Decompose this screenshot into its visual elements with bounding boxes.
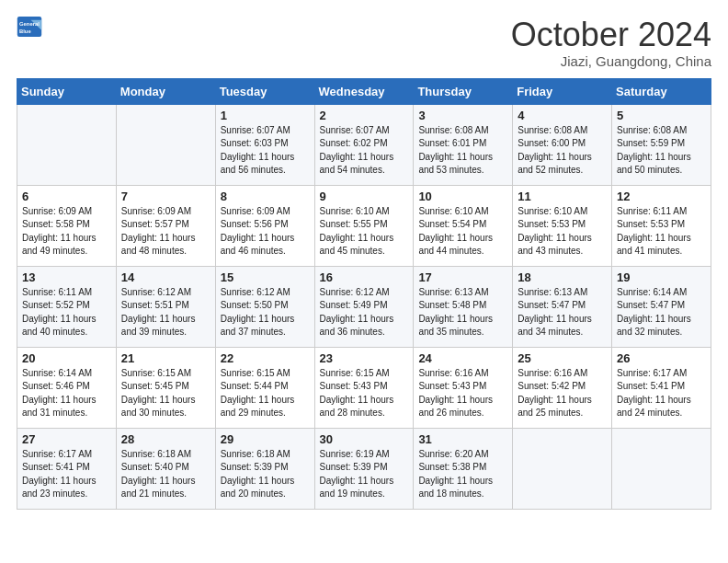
day-info: Sunrise: 6:15 AMSunset: 5:43 PMDaylight:… [320, 367, 409, 420]
day-info: Sunrise: 6:12 AMSunset: 5:50 PMDaylight:… [221, 286, 310, 339]
day-number: 31 [418, 432, 507, 446]
calendar-cell: 17Sunrise: 6:13 AMSunset: 5:48 PMDayligh… [414, 266, 513, 347]
calendar-cell: 19Sunrise: 6:14 AMSunset: 5:47 PMDayligh… [612, 266, 711, 347]
day-info: Sunrise: 6:10 AMSunset: 5:53 PMDaylight:… [518, 205, 607, 259]
day-info: Sunrise: 6:12 AMSunset: 5:49 PMDaylight:… [320, 286, 409, 339]
calendar-cell: 23Sunrise: 6:15 AMSunset: 5:43 PMDayligh… [314, 347, 414, 428]
day-number: 27 [22, 432, 111, 446]
calendar-cell: 4Sunrise: 6:08 AMSunset: 6:00 PMDaylight… [513, 104, 612, 185]
month-title: October 2024 [511, 17, 711, 53]
calendar-cell: 1Sunrise: 6:07 AMSunset: 6:03 PMDaylight… [215, 104, 314, 185]
calendar-cell [17, 104, 117, 185]
day-info: Sunrise: 6:07 AMSunset: 6:03 PMDaylight:… [221, 124, 310, 178]
day-number: 28 [121, 432, 210, 446]
day-info: Sunrise: 6:11 AMSunset: 5:53 PMDaylight:… [617, 205, 706, 259]
calendar-cell: 20Sunrise: 6:14 AMSunset: 5:46 PMDayligh… [17, 347, 117, 428]
day-info: Sunrise: 6:17 AMSunset: 5:41 PMDaylight:… [22, 448, 111, 501]
day-number: 5 [617, 109, 706, 122]
day-info: Sunrise: 6:13 AMSunset: 5:47 PMDaylight:… [518, 286, 607, 339]
day-info: Sunrise: 6:10 AMSunset: 5:54 PMDaylight:… [418, 205, 507, 259]
day-info: Sunrise: 6:20 AMSunset: 5:38 PMDaylight:… [418, 448, 507, 501]
calendar-cell: 15Sunrise: 6:12 AMSunset: 5:50 PMDayligh… [215, 266, 314, 347]
title-block: October 2024 Jiazi, Guangdong, China [511, 17, 711, 69]
day-number: 23 [320, 351, 409, 365]
day-number: 6 [22, 190, 111, 203]
logo-icon: General Blue [17, 17, 42, 37]
calendar-cell: 2Sunrise: 6:07 AMSunset: 6:02 PMDaylight… [314, 104, 414, 185]
calendar-cell: 25Sunrise: 6:16 AMSunset: 5:42 PMDayligh… [513, 347, 612, 428]
weekday-header-thursday: Thursday [414, 78, 513, 104]
day-number: 29 [221, 432, 310, 446]
calendar-cell: 12Sunrise: 6:11 AMSunset: 5:53 PMDayligh… [612, 185, 711, 266]
day-number: 14 [121, 270, 210, 284]
weekday-header-wednesday: Wednesday [314, 78, 414, 104]
day-info: Sunrise: 6:07 AMSunset: 6:02 PMDaylight:… [320, 124, 409, 178]
calendar-cell: 13Sunrise: 6:11 AMSunset: 5:52 PMDayligh… [17, 266, 117, 347]
calendar-table: SundayMondayTuesdayWednesdayThursdayFrid… [17, 78, 711, 510]
calendar-cell: 6Sunrise: 6:09 AMSunset: 5:58 PMDaylight… [17, 185, 117, 266]
day-info: Sunrise: 6:14 AMSunset: 5:47 PMDaylight:… [617, 286, 706, 339]
day-info: Sunrise: 6:15 AMSunset: 5:44 PMDaylight:… [221, 367, 310, 420]
calendar-cell: 10Sunrise: 6:10 AMSunset: 5:54 PMDayligh… [414, 185, 513, 266]
calendar-cell: 14Sunrise: 6:12 AMSunset: 5:51 PMDayligh… [116, 266, 215, 347]
day-number: 12 [617, 190, 706, 203]
day-info: Sunrise: 6:11 AMSunset: 5:52 PMDaylight:… [22, 286, 111, 339]
day-info: Sunrise: 6:10 AMSunset: 5:55 PMDaylight:… [320, 205, 409, 259]
calendar-cell: 18Sunrise: 6:13 AMSunset: 5:47 PMDayligh… [513, 266, 612, 347]
day-number: 7 [121, 190, 210, 203]
calendar-cell: 8Sunrise: 6:09 AMSunset: 5:56 PMDaylight… [215, 185, 314, 266]
calendar-cell: 30Sunrise: 6:19 AMSunset: 5:39 PMDayligh… [314, 428, 414, 509]
weekday-header-tuesday: Tuesday [215, 78, 314, 104]
location: Jiazi, Guangdong, China [511, 53, 711, 69]
day-number: 26 [617, 351, 706, 365]
svg-text:General: General [19, 21, 40, 27]
day-number: 9 [320, 190, 409, 203]
calendar-cell: 5Sunrise: 6:08 AMSunset: 5:59 PMDaylight… [612, 104, 711, 185]
svg-text:Blue: Blue [19, 29, 31, 34]
day-number: 2 [320, 109, 409, 122]
day-info: Sunrise: 6:19 AMSunset: 5:39 PMDaylight:… [320, 448, 409, 501]
calendar-cell: 27Sunrise: 6:17 AMSunset: 5:41 PMDayligh… [17, 428, 117, 509]
day-number: 13 [22, 270, 111, 284]
day-number: 20 [22, 351, 111, 365]
weekday-header-sunday: Sunday [17, 78, 117, 104]
day-info: Sunrise: 6:09 AMSunset: 5:57 PMDaylight:… [121, 205, 210, 259]
calendar-cell: 31Sunrise: 6:20 AMSunset: 5:38 PMDayligh… [414, 428, 513, 509]
day-number: 16 [320, 270, 409, 284]
day-info: Sunrise: 6:15 AMSunset: 5:45 PMDaylight:… [121, 367, 210, 420]
day-info: Sunrise: 6:08 AMSunset: 5:59 PMDaylight:… [617, 124, 706, 178]
calendar-container: General Blue October 2024 Jiazi, Guangdo… [0, 0, 728, 519]
day-number: 4 [518, 109, 607, 122]
calendar-cell: 24Sunrise: 6:16 AMSunset: 5:43 PMDayligh… [414, 347, 513, 428]
calendar-cell: 3Sunrise: 6:08 AMSunset: 6:01 PMDaylight… [414, 104, 513, 185]
day-number: 1 [221, 109, 310, 122]
header: General Blue October 2024 Jiazi, Guangdo… [17, 17, 711, 69]
weekday-header-friday: Friday [513, 78, 612, 104]
calendar-cell: 28Sunrise: 6:18 AMSunset: 5:40 PMDayligh… [116, 428, 215, 509]
day-info: Sunrise: 6:18 AMSunset: 5:39 PMDaylight:… [221, 448, 310, 501]
day-number: 21 [121, 351, 210, 365]
day-info: Sunrise: 6:14 AMSunset: 5:46 PMDaylight:… [22, 367, 111, 420]
weekday-header-monday: Monday [116, 78, 215, 104]
day-info: Sunrise: 6:13 AMSunset: 5:48 PMDaylight:… [418, 286, 507, 339]
day-number: 8 [221, 190, 310, 203]
day-number: 30 [320, 432, 409, 446]
day-info: Sunrise: 6:09 AMSunset: 5:58 PMDaylight:… [22, 205, 111, 259]
calendar-cell: 7Sunrise: 6:09 AMSunset: 5:57 PMDaylight… [116, 185, 215, 266]
calendar-cell [513, 428, 612, 509]
calendar-cell: 11Sunrise: 6:10 AMSunset: 5:53 PMDayligh… [513, 185, 612, 266]
day-info: Sunrise: 6:12 AMSunset: 5:51 PMDaylight:… [121, 286, 210, 339]
day-info: Sunrise: 6:18 AMSunset: 5:40 PMDaylight:… [121, 448, 210, 501]
day-number: 25 [518, 351, 607, 365]
calendar-cell: 29Sunrise: 6:18 AMSunset: 5:39 PMDayligh… [215, 428, 314, 509]
day-info: Sunrise: 6:16 AMSunset: 5:42 PMDaylight:… [518, 367, 607, 420]
day-info: Sunrise: 6:09 AMSunset: 5:56 PMDaylight:… [221, 205, 310, 259]
calendar-cell [612, 428, 711, 509]
calendar-cell: 9Sunrise: 6:10 AMSunset: 5:55 PMDaylight… [314, 185, 414, 266]
day-number: 19 [617, 270, 706, 284]
calendar-cell: 16Sunrise: 6:12 AMSunset: 5:49 PMDayligh… [314, 266, 414, 347]
calendar-cell [116, 104, 215, 185]
day-number: 17 [418, 270, 507, 284]
day-number: 10 [418, 190, 507, 203]
day-number: 3 [418, 109, 507, 122]
